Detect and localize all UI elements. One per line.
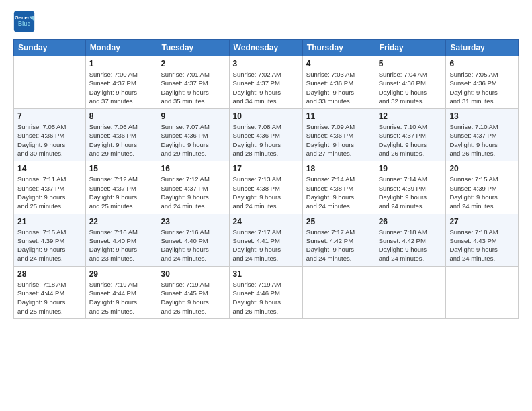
week-row-1: 7Sunrise: 7:05 AM Sunset: 4:36 PM Daylig… (14, 109, 519, 161)
calendar-cell: 19Sunrise: 7:14 AM Sunset: 4:39 PM Dayli… (375, 161, 446, 214)
weekday-header-saturday: Saturday (446, 40, 519, 56)
day-number: 21 (17, 217, 82, 226)
day-info: Sunrise: 7:17 AM Sunset: 4:41 PM Dayligh… (233, 228, 299, 263)
weekday-header-tuesday: Tuesday (157, 40, 229, 56)
day-info: Sunrise: 7:18 AM Sunset: 4:42 PM Dayligh… (379, 228, 443, 263)
day-info: Sunrise: 7:18 AM Sunset: 4:43 PM Dayligh… (449, 228, 515, 263)
day-info: Sunrise: 7:10 AM Sunset: 4:37 PM Dayligh… (449, 122, 515, 158)
weekday-header-thursday: Thursday (302, 40, 375, 56)
weekday-header-sunday: Sunday (14, 40, 86, 56)
day-number: 14 (17, 164, 82, 173)
day-number: 9 (161, 111, 225, 121)
day-number: 28 (17, 269, 82, 279)
calendar-cell: 29Sunrise: 7:19 AM Sunset: 4:44 PM Dayli… (85, 266, 157, 318)
day-info: Sunrise: 7:16 AM Sunset: 4:40 PM Dayligh… (89, 228, 154, 263)
day-number: 23 (161, 217, 225, 226)
calendar-cell: 28Sunrise: 7:18 AM Sunset: 4:44 PM Dayli… (14, 266, 86, 318)
day-number: 3 (233, 59, 299, 68)
calendar-cell: 24Sunrise: 7:17 AM Sunset: 4:41 PM Dayli… (229, 214, 302, 266)
day-info: Sunrise: 7:13 AM Sunset: 4:38 PM Dayligh… (233, 175, 299, 210)
calendar-cell: 17Sunrise: 7:13 AM Sunset: 4:38 PM Dayli… (229, 161, 302, 214)
week-row-3: 21Sunrise: 7:15 AM Sunset: 4:39 PM Dayli… (14, 214, 519, 266)
page: General Blue SundayMondayTuesdayWednesda… (0, 0, 532, 411)
day-info: Sunrise: 7:15 AM Sunset: 4:39 PM Dayligh… (449, 175, 515, 210)
calendar-cell (14, 56, 86, 109)
day-number: 8 (89, 111, 154, 121)
day-info: Sunrise: 7:07 AM Sunset: 4:36 PM Dayligh… (161, 122, 225, 158)
week-row-4: 28Sunrise: 7:18 AM Sunset: 4:44 PM Dayli… (14, 266, 519, 318)
weekday-header-monday: Monday (85, 40, 157, 56)
day-number: 16 (161, 164, 225, 173)
day-number: 2 (161, 59, 225, 68)
logo: General Blue (13, 11, 35, 32)
day-info: Sunrise: 7:05 AM Sunset: 4:36 PM Dayligh… (17, 122, 82, 158)
week-row-2: 14Sunrise: 7:11 AM Sunset: 4:37 PM Dayli… (14, 161, 519, 214)
day-info: Sunrise: 7:00 AM Sunset: 4:37 PM Dayligh… (89, 70, 154, 105)
calendar-cell: 6Sunrise: 7:05 AM Sunset: 4:36 PM Daylig… (446, 56, 519, 109)
calendar-cell: 31Sunrise: 7:19 AM Sunset: 4:46 PM Dayli… (229, 266, 302, 318)
day-number: 6 (449, 59, 515, 68)
day-info: Sunrise: 7:04 AM Sunset: 4:36 PM Dayligh… (379, 70, 443, 105)
calendar-cell: 5Sunrise: 7:04 AM Sunset: 4:36 PM Daylig… (375, 56, 446, 109)
weekday-header-friday: Friday (375, 40, 446, 56)
day-info: Sunrise: 7:15 AM Sunset: 4:39 PM Dayligh… (17, 228, 82, 263)
calendar-cell (446, 266, 519, 318)
calendar-cell: 18Sunrise: 7:14 AM Sunset: 4:38 PM Dayli… (302, 161, 375, 214)
day-number: 10 (233, 111, 299, 121)
day-number: 17 (233, 164, 299, 173)
day-number: 29 (89, 269, 154, 279)
day-info: Sunrise: 7:02 AM Sunset: 4:37 PM Dayligh… (233, 70, 299, 105)
calendar-cell (375, 266, 446, 318)
day-info: Sunrise: 7:05 AM Sunset: 4:36 PM Dayligh… (449, 70, 515, 105)
day-number: 7 (17, 111, 82, 121)
calendar-table: SundayMondayTuesdayWednesdayThursdayFrid… (13, 39, 519, 319)
weekday-header-wednesday: Wednesday (229, 40, 302, 56)
day-number: 27 (449, 217, 515, 226)
calendar-cell (302, 266, 375, 318)
day-info: Sunrise: 7:19 AM Sunset: 4:45 PM Dayligh… (161, 280, 225, 316)
day-info: Sunrise: 7:10 AM Sunset: 4:37 PM Dayligh… (379, 122, 443, 158)
day-info: Sunrise: 7:12 AM Sunset: 4:37 PM Dayligh… (89, 175, 154, 210)
day-number: 22 (89, 217, 154, 226)
calendar-cell: 30Sunrise: 7:19 AM Sunset: 4:45 PM Dayli… (157, 266, 229, 318)
calendar-cell: 20Sunrise: 7:15 AM Sunset: 4:39 PM Dayli… (446, 161, 519, 214)
day-info: Sunrise: 7:08 AM Sunset: 4:36 PM Dayligh… (233, 122, 299, 158)
day-number: 20 (449, 164, 515, 173)
calendar-cell: 1Sunrise: 7:00 AM Sunset: 4:37 PM Daylig… (85, 56, 157, 109)
day-number: 15 (89, 164, 154, 173)
calendar-cell: 25Sunrise: 7:17 AM Sunset: 4:42 PM Dayli… (302, 214, 375, 266)
day-info: Sunrise: 7:06 AM Sunset: 4:36 PM Dayligh… (89, 122, 154, 158)
day-number: 26 (379, 217, 443, 226)
calendar-cell: 7Sunrise: 7:05 AM Sunset: 4:36 PM Daylig… (14, 109, 86, 161)
day-info: Sunrise: 7:14 AM Sunset: 4:39 PM Dayligh… (379, 175, 443, 210)
calendar-cell: 27Sunrise: 7:18 AM Sunset: 4:43 PM Dayli… (446, 214, 519, 266)
day-number: 1 (89, 59, 154, 68)
calendar-cell: 23Sunrise: 7:16 AM Sunset: 4:40 PM Dayli… (157, 214, 229, 266)
header: General Blue (13, 11, 519, 32)
calendar-cell: 16Sunrise: 7:12 AM Sunset: 4:37 PM Dayli… (157, 161, 229, 214)
day-number: 18 (306, 164, 371, 173)
day-number: 24 (233, 217, 299, 226)
calendar-cell: 4Sunrise: 7:03 AM Sunset: 4:36 PM Daylig… (302, 56, 375, 109)
calendar-cell: 8Sunrise: 7:06 AM Sunset: 4:36 PM Daylig… (85, 109, 157, 161)
calendar-cell: 9Sunrise: 7:07 AM Sunset: 4:36 PM Daylig… (157, 109, 229, 161)
day-info: Sunrise: 7:12 AM Sunset: 4:37 PM Dayligh… (161, 175, 225, 210)
calendar-cell: 26Sunrise: 7:18 AM Sunset: 4:42 PM Dayli… (375, 214, 446, 266)
weekday-header-row: SundayMondayTuesdayWednesdayThursdayFrid… (14, 40, 519, 56)
calendar-cell: 11Sunrise: 7:09 AM Sunset: 4:36 PM Dayli… (302, 109, 375, 161)
day-number: 12 (379, 111, 443, 121)
week-row-0: 1Sunrise: 7:00 AM Sunset: 4:37 PM Daylig… (14, 56, 519, 109)
day-info: Sunrise: 7:14 AM Sunset: 4:38 PM Dayligh… (306, 175, 371, 210)
logo-icon: General Blue (13, 11, 35, 32)
day-info: Sunrise: 7:11 AM Sunset: 4:37 PM Dayligh… (17, 175, 82, 210)
day-number: 5 (379, 59, 443, 68)
calendar-cell: 12Sunrise: 7:10 AM Sunset: 4:37 PM Dayli… (375, 109, 446, 161)
day-info: Sunrise: 7:01 AM Sunset: 4:37 PM Dayligh… (161, 70, 225, 105)
calendar-cell: 3Sunrise: 7:02 AM Sunset: 4:37 PM Daylig… (229, 56, 302, 109)
day-info: Sunrise: 7:19 AM Sunset: 4:44 PM Dayligh… (89, 280, 154, 316)
day-number: 13 (449, 111, 515, 121)
svg-text:Blue: Blue (18, 20, 31, 27)
day-number: 25 (306, 217, 371, 226)
day-info: Sunrise: 7:19 AM Sunset: 4:46 PM Dayligh… (233, 280, 299, 316)
day-number: 4 (306, 59, 371, 68)
